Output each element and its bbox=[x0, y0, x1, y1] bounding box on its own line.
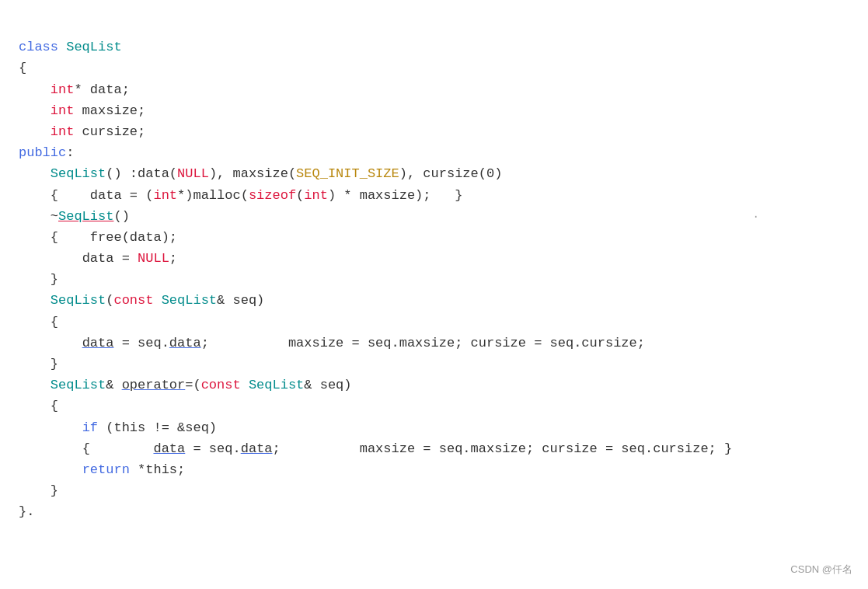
code-container: · class SeqList { int* data; int maxsize… bbox=[0, 0, 868, 589]
code-block: class SeqList { int* data; int maxsize; … bbox=[19, 16, 849, 523]
dot-accent: · bbox=[753, 208, 759, 225]
watermark: CSDN @仟名 bbox=[790, 562, 852, 578]
